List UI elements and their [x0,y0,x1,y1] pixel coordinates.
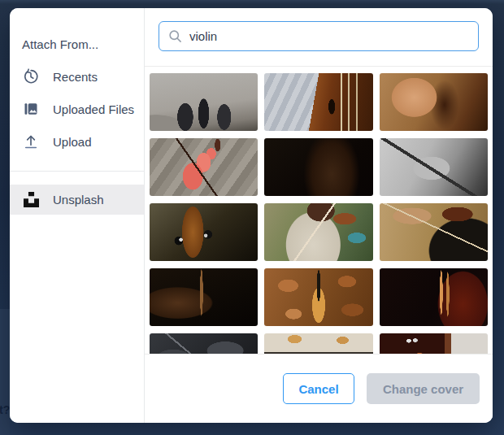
upload-arrow-icon [23,133,39,150]
search-area [145,8,493,66]
unsplash-photo-cello-scroll[interactable] [150,203,258,261]
modal-footer: Cancel Change cover [145,355,493,423]
unsplash-photo-red-violin-on-planks[interactable] [150,138,258,196]
change-cover-button[interactable]: Change cover [367,373,480,404]
unsplash-photo-cello-in-red-light[interactable] [380,268,488,326]
unsplash-results-grid [150,73,488,354]
sidebar-item-unsplash[interactable]: Unsplash [10,185,144,215]
sidebar-item-label: Upload [53,135,92,149]
image-library-icon [23,101,39,117]
attach-sidebar: Attach From... Recents Uploaded Files [10,8,145,423]
unsplash-photo-violin-on-dark-fabric[interactable] [150,333,258,354]
unsplash-photo-violin-in-darkness[interactable] [264,138,372,196]
sidebar-item-uploaded-files[interactable]: Uploaded Files [10,93,144,125]
attach-from-modal: Attach From... Recents Uploaded Files [10,8,493,423]
sidebar-item-label: Recents [53,70,98,84]
unsplash-photo-violin-and-piano-keys[interactable] [380,333,488,354]
results-scroll-area[interactable] [145,67,493,354]
attach-content: Cancel Change cover [145,8,493,423]
unsplash-photo-street-musicians-bw[interactable] [150,73,258,131]
unsplash-photo-man-playing-violin[interactable] [380,203,488,261]
sidebar-divider [10,171,144,172]
unsplash-logo-icon [23,192,39,208]
unsplash-photo-violin-leaning-on-piano[interactable] [264,333,372,354]
sidebar-item-label: Unsplash [53,193,104,207]
attach-from-heading: Attach From... [22,37,98,51]
background-clipped-text: t? [0,403,10,416]
unsplash-photo-violinist-bw[interactable] [380,138,488,196]
search-input[interactable] [159,21,479,51]
cancel-button[interactable]: Cancel [283,373,354,404]
unsplash-photo-violin-body-dark[interactable] [150,268,258,326]
unsplash-photo-hand-on-violin-neck[interactable] [380,73,488,131]
sidebar-item-label: Uploaded Files [53,102,134,116]
sidebar-item-upload[interactable]: Upload [10,125,144,158]
unsplash-photo-violin-on-dry-leaves[interactable] [264,268,372,326]
unsplash-photo-violin-on-wood-table[interactable] [264,73,372,131]
unsplash-photo-woman-playing-violin[interactable] [264,203,372,261]
history-icon [23,68,39,85]
sidebar-item-recents[interactable]: Recents [10,60,144,93]
